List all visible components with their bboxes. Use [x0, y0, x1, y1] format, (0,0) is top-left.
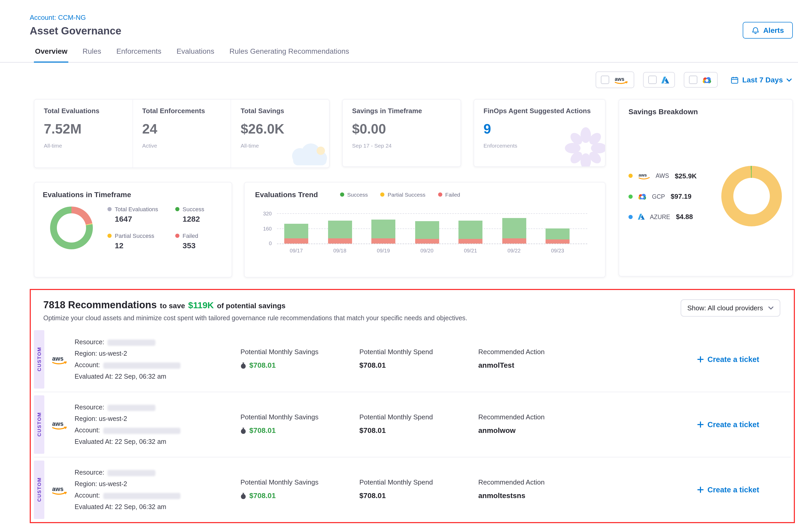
plus-icon [698, 356, 704, 362]
evaluations-legend: Total Evaluations 1647 Success 1282 Part… [108, 206, 233, 250]
stat-finops-agent-actions: FinOps Agent Suggested Actions 9 Enforce… [474, 99, 606, 167]
money-bag-icon [241, 492, 246, 499]
legend-dot [438, 192, 442, 197]
recommendations-subtitle: Optimize your cloud assets and minimize … [43, 315, 467, 322]
legend-label: Failed [445, 191, 460, 198]
evaluations-donut-chart [50, 207, 93, 249]
trend-bar: 09/23 [542, 213, 574, 255]
stat-title: FinOps Agent Suggested Actions [483, 107, 605, 115]
recommended-action: Recommended Action anmolwow [478, 395, 666, 454]
money-bag-icon [241, 362, 246, 368]
top-bar: Account: CCM-NG Asset Governance Alerts [0, 0, 798, 39]
provider-filter-gcp[interactable] [684, 72, 718, 88]
bar-segment-success [502, 218, 526, 239]
trend-bar: 09/17 [280, 213, 312, 255]
spend-value: $708.01 [359, 361, 478, 369]
savings-breakdown-legend: aws AWS $25.9K GCP $97.19 AZURE [628, 172, 721, 221]
evaluations-trend-chart: 320 160 0 09/1709/1809/1909/2009/2109/22… [255, 213, 594, 255]
stat-total-enforcements: Total Enforcements 24 Active [132, 100, 230, 167]
bar-segment-success [328, 221, 352, 238]
stat-title: Total Savings [241, 107, 329, 115]
aws-logo-icon: aws [44, 460, 75, 519]
page: Account: CCM-NG Asset Governance Alerts … [0, 0, 798, 532]
bar-segment-failed [546, 240, 570, 244]
bar-segment-failed [328, 239, 352, 244]
heading-text: of potential savings [217, 302, 286, 310]
alerts-button[interactable]: Alerts [743, 22, 793, 39]
create-ticket-button[interactable]: Create a ticket [666, 330, 791, 388]
svg-text:aws: aws [615, 76, 625, 82]
breakdown-row-aws: aws AWS $25.9K [628, 172, 721, 180]
legend-dot [628, 194, 633, 198]
gcp-checkbox[interactable] [689, 76, 697, 84]
date-range-dropdown[interactable]: Last 7 Days [731, 76, 792, 84]
metric-label: Potential Monthly Spend [359, 478, 478, 486]
tab-rules[interactable]: Rules [82, 47, 102, 62]
trend-bar: 09/18 [324, 213, 356, 255]
stat-caption: All-time [241, 142, 329, 149]
legend-total-evaluations: Total Evaluations 1647 [108, 206, 175, 223]
legend-label: Success [347, 191, 368, 198]
stat-title: Savings in Timeframe [352, 107, 460, 115]
evaluations-trend-card: Evaluations Trend Success Partial Succes… [244, 182, 606, 278]
provider-filter-aws[interactable]: aws [596, 72, 634, 88]
potential-monthly-savings: Potential Monthly Savings $708.01 [241, 395, 359, 454]
region: Region: us-west-2 [75, 348, 241, 359]
trend-legend: Success Partial Success Failed [340, 191, 460, 198]
gcp-logo-icon [702, 76, 712, 84]
trend-bar: 09/19 [367, 213, 400, 255]
legend-dot [340, 192, 344, 197]
account-breadcrumb[interactable]: Account: CCM-NG [30, 14, 121, 21]
action-value: anmoltestsns [478, 491, 666, 500]
stat-title: Total Evaluations [44, 107, 132, 115]
cloud-provider-select[interactable]: Show: All cloud providers [681, 299, 781, 317]
tab-overview[interactable]: Overview [34, 47, 69, 62]
savings-breakdown-donut-chart [721, 166, 782, 226]
page-title: Asset Governance [30, 25, 121, 37]
azure-checkbox[interactable] [648, 76, 657, 84]
legend-label: Partial Success [388, 191, 425, 198]
y-tick: 320 [263, 211, 272, 216]
region: Region: us-west-2 [75, 478, 241, 490]
filter-bar: aws Last 7 Days [0, 71, 792, 89]
tab-rules-generating-recommendations[interactable]: Rules Generating Recommendations [228, 47, 350, 62]
cloud-provider-select-label: Show: All cloud providers [687, 304, 763, 312]
potential-savings-amount: $119K [188, 300, 214, 311]
aws-logo-icon: aws [44, 330, 75, 388]
metric-label: Recommended Action [478, 413, 666, 421]
resource-details: Resource: Region: us-west-2 Account: Eva… [75, 330, 241, 388]
azure-logo-icon [661, 76, 670, 84]
create-ticket-button[interactable]: Create a ticket [666, 395, 791, 454]
legend-label: Partial Success [115, 233, 154, 239]
stat-total-evaluations: Total Evaluations 7.52M All-time [34, 100, 132, 167]
bar-segment-failed [458, 239, 482, 244]
stat-group-card: Total Evaluations 7.52M All-time Total E… [34, 99, 330, 168]
card-title: Evaluations Trend [255, 190, 318, 199]
date-range-label: Last 7 Days [742, 76, 783, 84]
tab-evaluations[interactable]: Evaluations [175, 47, 215, 62]
resource-details: Resource: Region: us-west-2 Account: Eva… [75, 460, 241, 519]
legend-label: Success [183, 206, 204, 212]
x-tick: 09/20 [420, 248, 433, 253]
card-title: Savings Breakdown [628, 108, 783, 116]
dashboard: Total Evaluations 7.52M All-time Total E… [34, 99, 793, 278]
legend-failed: Failed 353 [175, 233, 233, 250]
provider-name: AWS [656, 173, 669, 179]
stat-caption: All-time [44, 142, 132, 149]
recommendations-count: 7818 Recommendations [43, 299, 157, 311]
potential-monthly-spend: Potential Monthly Spend $708.01 [359, 330, 478, 388]
legend-dot [108, 234, 112, 238]
provider-filter-azure[interactable] [643, 72, 675, 88]
aws-logo-icon: aws [44, 395, 75, 454]
recommendations-section: 7818 Recommendations to save $119K of po… [30, 289, 795, 523]
legend-dot [175, 207, 179, 211]
azure-logo-icon [638, 213, 645, 220]
tab-bar: Overview Rules Enforcements Evaluations … [0, 47, 798, 62]
tab-enforcements[interactable]: Enforcements [115, 47, 163, 62]
create-ticket-button[interactable]: Create a ticket [666, 460, 791, 519]
metric-label: Potential Monthly Savings [241, 478, 359, 486]
evaluated-at: Evaluated At: 22 Sep, 06:32 am [75, 436, 241, 448]
bar-segment-failed [415, 239, 439, 244]
aws-checkbox[interactable] [601, 76, 609, 84]
provider-savings: $97.19 [671, 192, 691, 200]
